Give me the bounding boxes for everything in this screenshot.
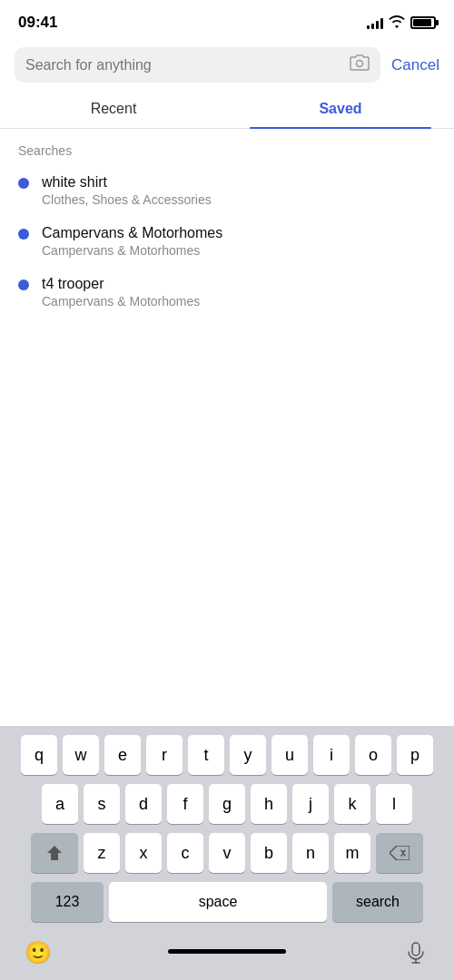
tab-saved[interactable]: Saved (227, 90, 454, 128)
camera-icon[interactable] (350, 54, 370, 75)
keyboard: q w e r t y u i o p a s d f g h j k l z … (0, 726, 454, 980)
key-h[interactable]: h (251, 784, 287, 824)
key-q[interactable]: q (21, 735, 57, 775)
key-u[interactable]: u (271, 735, 308, 775)
tabs: Recent Saved (0, 90, 454, 129)
backspace-key[interactable] (376, 833, 423, 873)
key-o[interactable]: o (355, 735, 391, 775)
status-time: 09:41 (18, 14, 57, 32)
list-item[interactable]: Campervans & Motorhomes Campervans & Mot… (0, 216, 454, 267)
space-key[interactable]: space (109, 882, 327, 922)
saved-dot-icon (18, 178, 29, 189)
search-item-subtitle: Campervans & Motorhomes (42, 294, 200, 309)
list-item[interactable]: white shirt Clothes, Shoes & Accessories (0, 165, 454, 216)
saved-dot-icon (18, 229, 29, 240)
key-v[interactable]: v (209, 833, 245, 873)
tab-recent[interactable]: Recent (0, 90, 227, 128)
key-p[interactable]: p (397, 735, 433, 775)
key-j[interactable]: j (292, 784, 329, 824)
key-e[interactable]: e (104, 735, 141, 775)
cancel-button[interactable]: Cancel (391, 56, 439, 74)
key-i[interactable]: i (313, 735, 350, 775)
wifi-icon (389, 15, 405, 31)
key-y[interactable]: y (230, 735, 266, 775)
search-item-text: Campervans & Motorhomes Campervans & Mot… (42, 225, 222, 258)
key-c[interactable]: c (167, 833, 203, 873)
svg-point-0 (357, 61, 363, 67)
signal-icon (367, 16, 383, 29)
mic-key[interactable] (396, 935, 436, 971)
search-item-text: t4 trooper Campervans & Motorhomes (42, 276, 200, 309)
key-k[interactable]: k (334, 784, 370, 824)
home-indicator (58, 946, 396, 961)
search-item-text: white shirt Clothes, Shoes & Accessories (42, 174, 212, 207)
key-z[interactable]: z (84, 833, 120, 873)
key-a[interactable]: a (42, 784, 78, 824)
search-input[interactable] (25, 57, 342, 74)
section-label: Searches (0, 143, 454, 165)
keyboard-row-bottom: 123 space search (4, 882, 450, 922)
key-f[interactable]: f (167, 784, 203, 824)
keyboard-row-2: a s d f g h j k l (4, 784, 450, 824)
key-w[interactable]: w (63, 735, 99, 775)
list-item[interactable]: t4 trooper Campervans & Motorhomes (0, 267, 454, 318)
keyboard-row-1: q w e r t y u i o p (4, 735, 450, 775)
saved-dot-icon (18, 279, 29, 290)
emoji-key[interactable]: 🙂 (18, 935, 58, 971)
key-n[interactable]: n (292, 833, 329, 873)
key-d[interactable]: d (125, 784, 162, 824)
key-l[interactable]: l (376, 784, 412, 824)
search-item-subtitle: Clothes, Shoes & Accessories (42, 192, 212, 207)
key-x[interactable]: x (125, 833, 162, 873)
status-icons (367, 15, 436, 31)
search-item-title: t4 trooper (42, 276, 200, 292)
key-b[interactable]: b (251, 833, 287, 873)
results-section: Searches white shirt Clothes, Shoes & Ac… (0, 129, 454, 318)
battery-icon (410, 16, 436, 29)
svg-rect-1 (412, 943, 419, 956)
key-r[interactable]: r (146, 735, 183, 775)
search-input-wrapper[interactable] (15, 47, 380, 83)
search-key[interactable]: search (332, 882, 423, 922)
search-item-subtitle: Campervans & Motorhomes (42, 243, 222, 258)
search-bar-container: Cancel (0, 40, 454, 90)
search-item-title: Campervans & Motorhomes (42, 225, 222, 241)
status-bar: 09:41 (0, 0, 454, 40)
search-item-title: white shirt (42, 174, 212, 191)
keyboard-row-3: z x c v b n m (4, 833, 450, 873)
home-bar (168, 949, 286, 954)
key-t[interactable]: t (188, 735, 224, 775)
key-123[interactable]: 123 (31, 882, 104, 922)
key-g[interactable]: g (209, 784, 245, 824)
key-m[interactable]: m (334, 833, 370, 873)
key-s[interactable]: s (84, 784, 120, 824)
shift-key[interactable] (31, 833, 78, 873)
